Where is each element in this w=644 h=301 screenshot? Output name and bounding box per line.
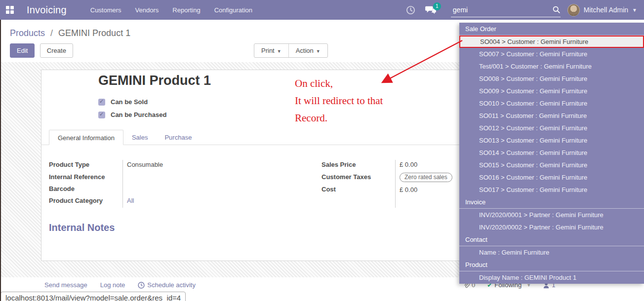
activities-button[interactable] [402,0,419,20]
search-result-item[interactable]: SO016 > Customer : Gemini Furniture [459,171,644,184]
dropdown-section-contact: Contact [459,233,644,246]
field-label-barcode: Barcode [49,184,119,193]
main-menu: CustomersVendorsReportingConfiguration [85,4,257,16]
user-name: Mitchell Admin [584,6,628,14]
search-result-item[interactable]: SO015 > Customer : Gemini Furniture [459,159,644,171]
field-label-sales-price: Sales Price [322,160,391,169]
search-result-item[interactable]: Test/001 > Customer : Gemini Furniture [459,60,644,73]
nav-menu-vendors[interactable]: Vendors [130,4,164,16]
top-navbar: Invoicing CustomersVendorsReportingConfi… [0,0,644,20]
search-icon[interactable] [552,5,561,14]
checkbox-label: Can be Purchased [111,111,166,118]
nav-menu-reporting[interactable]: Reporting [167,4,205,16]
clock-icon [138,282,145,289]
print-action-group: Print▼ Action▼ [254,43,328,58]
field-value-internal-reference [127,172,316,182]
breadcrumb: Products / GEMINI Product 1 [10,28,130,38]
can-be-purchased-checkbox-row[interactable]: Can be Purchased [98,111,166,118]
tab-general-information[interactable]: General Information [49,130,123,145]
annotation-line: Record. [295,110,383,127]
edit-button[interactable]: Edit [10,43,35,58]
dropdown-section-sale-order: Sale Order [459,23,644,36]
schedule-activity-link[interactable]: Schedule activity [138,281,196,289]
chevron-down-icon: ▼ [316,49,321,54]
internal-notes-heading: Internal Notes [49,222,115,233]
search-query-text: gemi [451,6,552,14]
breadcrumb-separator: / [50,28,53,38]
print-dropdown-button[interactable]: Print▼ [254,44,288,57]
annotation-text: On click, It will redirect to that Recor… [295,75,383,127]
status-bar-url: localhost:8013/mail/view?model=sale.orde… [0,292,186,301]
send-message-link[interactable]: Send message [44,281,87,289]
search-result-item[interactable]: SO011 > Customer : Gemini Furniture [459,110,644,122]
annotation-line: It will redirect to that [295,92,383,110]
checkbox-checked-icon[interactable] [98,112,105,118]
field-value-barcode [127,184,316,193]
search-result-item[interactable]: INV/2020/0002 > Partner : Gemini Furnitu… [459,221,644,233]
search-result-item[interactable]: INV/2020/0001 > Partner : Gemini Furnitu… [459,209,644,221]
field-label-product-type: Product Type [49,160,119,169]
app-title[interactable]: Invoicing [27,4,67,16]
can-be-sold-checkbox-row[interactable]: Can be Sold [98,98,148,106]
apps-grid-icon [6,6,14,14]
chatter-links: Send message Log note Schedule activity [44,281,196,289]
chevron-down-icon: ▼ [277,49,282,54]
checkbox-label: Can be Sold [111,98,148,106]
user-menu[interactable]: Mitchell Admin ▼ [567,4,637,16]
search-result-item[interactable]: SO007 > Customer : Gemini Furniture [459,48,644,60]
search-result-item[interactable]: SO010 > Customer : Gemini Furniture [459,97,644,110]
search-result-item[interactable]: SO017 > Customer : Gemini Furniture [459,184,644,196]
checkbox-checked-icon[interactable] [98,99,105,106]
search-result-item[interactable]: SO014 > Customer : Gemini Furniture [459,147,644,159]
field-value-product-type: Consumable [127,160,316,169]
field-group-left: Product Type Internal Reference Barcode … [49,160,316,208]
apps-menu-icon[interactable] [0,0,20,20]
search-result-item[interactable]: SO013 > Customer : Gemini Furniture [459,134,644,147]
field-value-product-category[interactable]: All [127,196,316,205]
tab-purchase[interactable]: Purchase [156,130,200,145]
search-result-item[interactable]: Name : Gemini Furniture [459,246,644,259]
clock-icon [406,5,415,15]
nav-menu-configuration[interactable]: Configuration [209,4,257,16]
action-dropdown-button[interactable]: Action▼ [288,44,327,57]
window-left-edge [0,20,1,301]
messages-button[interactable]: 1 [422,0,439,20]
field-label-customer-taxes: Customer Taxes [322,172,391,182]
breadcrumb-products-link[interactable]: Products [10,28,45,38]
search-result-item[interactable]: SO012 > Customer : Gemini Furniture [459,122,644,134]
app-window: Invoicing CustomersVendorsReportingConfi… [0,0,644,301]
field-label-cost: Cost [322,185,391,194]
create-button[interactable]: Create [40,43,73,58]
field-label-internal-reference: Internal Reference [49,172,119,182]
dropdown-section-invoice: Invoice [459,196,644,209]
log-note-link[interactable]: Log note [100,281,125,289]
dropdown-section-product: Product [459,259,644,271]
search-result-item[interactable]: SO008 > Customer : Gemini Furniture [459,73,644,85]
search-result-item[interactable]: SO009 > Customer : Gemini Furniture [459,85,644,97]
annotation-line: On click, [295,75,383,92]
breadcrumb-current: GEMINI Product 1 [58,28,130,38]
field-label-product-category: Product Category [49,196,119,205]
nav-menu-customers[interactable]: Customers [85,4,126,16]
message-count-badge: 1 [433,2,441,10]
user-avatar [567,4,580,16]
search-result-item[interactable]: Display Name : GEMINI Product 1 [459,271,644,284]
product-title: GEMINI Product 1 [98,73,211,88]
search-result-item[interactable]: SO004 > Customer : Gemini Furniture [459,36,644,48]
tax-pill[interactable]: Zero rated sales [400,173,452,182]
tab-sales[interactable]: Sales [123,130,157,145]
search-results-dropdown: Sale OrderSO004 > Customer : Gemini Furn… [459,23,644,284]
navbar-search-input[interactable]: gemi [451,2,561,17]
chevron-down-icon: ▼ [632,7,637,13]
